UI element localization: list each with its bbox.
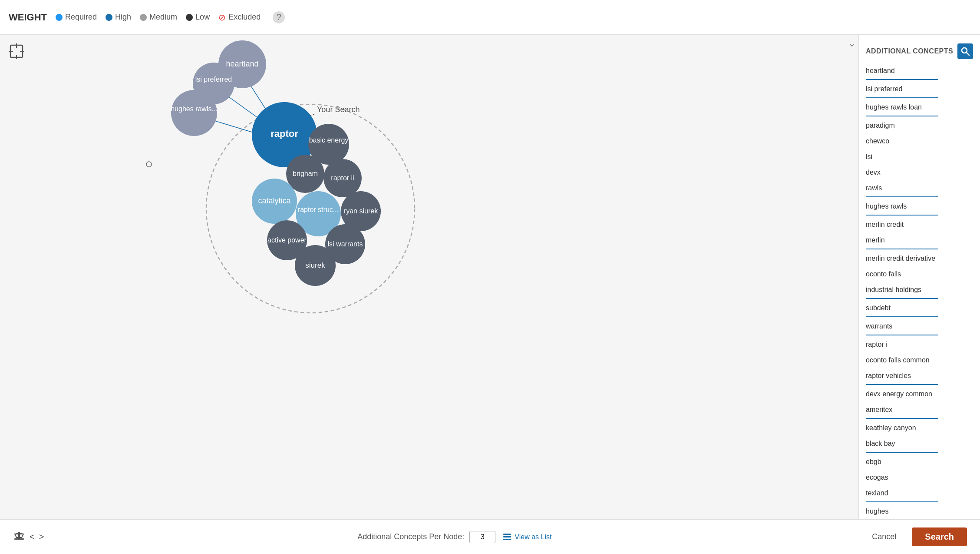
sidebar-item[interactable]: devx: [859, 165, 980, 181]
sidebar-item[interactable]: keathley canyon: [859, 421, 980, 436]
top-bar: WEIGHT Required High Medium Low ⊘ Exclud…: [0, 0, 980, 35]
cursor-indicator: [146, 162, 152, 167]
help-icon[interactable]: ?: [273, 11, 285, 23]
sidebar-item-underline: [866, 452, 938, 453]
label-ryan-siurek: ryan siurek: [344, 207, 378, 215]
sidebar-item[interactable]: merlin credit derivative: [859, 251, 980, 267]
label-heartland: heartland: [226, 60, 258, 68]
legend-high: High: [106, 13, 131, 22]
sidebar-item[interactable]: rawls: [859, 181, 980, 196]
sidebar-item-underline: [866, 97, 938, 98]
code-right-icon[interactable]: >: [39, 532, 44, 542]
bottom-left-icons: < >: [13, 530, 44, 544]
label-brigham: brigham: [293, 170, 318, 177]
sidebar-item[interactable]: ameritex: [859, 402, 980, 418]
sidebar-item-underline: [866, 335, 938, 335]
medium-label: Medium: [149, 13, 177, 22]
sidebar-item[interactable]: hughes: [859, 504, 980, 520]
node-hughes-rawls[interactable]: [171, 90, 217, 136]
label-catalytica: catalytica: [258, 196, 291, 205]
sidebar-item[interactable]: lsi preferred: [859, 82, 980, 97]
sidebar-item[interactable]: devx energy common: [859, 387, 980, 402]
sidebar-item-underline: [866, 418, 938, 419]
sidebar-item[interactable]: merlin credit: [859, 217, 980, 233]
required-label: Required: [65, 13, 97, 22]
svg-rect-12: [503, 539, 511, 540]
label-raptor-ii: raptor ii: [331, 174, 354, 182]
legend-medium: Medium: [140, 13, 177, 22]
additional-concepts-label: Additional Concepts Per Node:: [357, 532, 464, 541]
search-button[interactable]: Search: [912, 527, 967, 546]
high-dot: [106, 14, 112, 21]
medium-dot: [140, 14, 147, 21]
low-label: Low: [195, 13, 210, 22]
your-search-label: Your Search: [317, 105, 360, 114]
legend-required: Required: [56, 13, 97, 22]
label-lsi-warrants: lsi warrants: [328, 240, 363, 248]
excluded-icon: ⊘: [218, 12, 226, 23]
sidebar-item-underline: [866, 316, 938, 317]
excluded-label: Excluded: [228, 13, 261, 22]
sidebar-item[interactable]: oconto falls common: [859, 353, 980, 368]
concepts-per-node-input[interactable]: [469, 531, 495, 543]
sidebar-item[interactable]: raptor i: [859, 337, 980, 353]
sidebar-item-underline: [866, 79, 938, 80]
sidebar-item-underline: [866, 501, 938, 502]
sidebar-item[interactable]: chewco: [859, 134, 980, 149]
sidebar-item[interactable]: merlin: [859, 233, 980, 249]
label-lsi-preferred: lsi preferred: [195, 76, 232, 83]
chevron-icon[interactable]: ⌄: [848, 37, 856, 49]
label-raptor: raptor: [271, 128, 298, 139]
sidebar-item[interactable]: paradigm: [859, 118, 980, 134]
sidebar-item-underline: [866, 116, 938, 116]
main-canvas: Your Search raptor heartland lsi preferr…: [0, 35, 858, 519]
legend-low: Low: [186, 13, 210, 22]
sidebar-item[interactable]: black bay: [859, 436, 980, 452]
sidebar-item-underline: [866, 384, 938, 385]
code-left-icon[interactable]: <: [30, 532, 35, 542]
graph-svg: Your Search raptor heartland lsi preferr…: [0, 35, 858, 519]
sidebar-item[interactable]: industrial holdings: [859, 282, 980, 298]
sidebar-item[interactable]: subdebt: [859, 301, 980, 316]
sidebar-item-underline: [866, 298, 938, 299]
sidebar-header: ADDITIONAL CONCEPTS: [859, 39, 980, 63]
sidebar-item[interactable]: lsi: [859, 149, 980, 165]
required-dot: [56, 14, 63, 21]
label-raptor-struc: raptor struc...: [298, 206, 339, 213]
sidebar-search-button[interactable]: [957, 43, 973, 59]
sidebar: ADDITIONAL CONCEPTS heartlandlsi preferr…: [858, 35, 980, 554]
sidebar-item[interactable]: hughes rawls: [859, 199, 980, 215]
low-dot: [186, 14, 193, 21]
svg-rect-10: [503, 534, 511, 535]
legend-excluded: ⊘ Excluded: [218, 12, 261, 23]
sidebar-item[interactable]: hughes rawls loan: [859, 100, 980, 116]
label-active-power: active power: [267, 236, 307, 244]
sidebar-item[interactable]: warrants: [859, 319, 980, 335]
sidebar-item-underline: [866, 249, 938, 249]
balance-icon[interactable]: [13, 530, 25, 544]
high-label: High: [115, 13, 131, 22]
sidebar-items-container: heartlandlsi preferredhughes rawls loanp…: [859, 63, 980, 554]
sidebar-item[interactable]: raptor vehicles: [859, 368, 980, 384]
svg-line-6: [967, 53, 969, 55]
sidebar-item[interactable]: ecogas: [859, 470, 980, 486]
view-as-list-label: View as List: [515, 533, 551, 541]
sidebar-title: ADDITIONAL CONCEPTS: [866, 47, 953, 55]
svg-rect-11: [503, 536, 511, 537]
label-basic-energy: basic energy: [309, 136, 349, 144]
weight-label: WEIGHT: [9, 12, 47, 23]
sidebar-item[interactable]: texland: [859, 486, 980, 501]
bottom-bar: < > Additional Concepts Per Node: View a…: [0, 519, 980, 554]
sidebar-item-underline: [866, 215, 938, 216]
cancel-button[interactable]: Cancel: [865, 529, 903, 545]
sidebar-item-underline: [866, 196, 938, 197]
sidebar-item[interactable]: ebgb: [859, 454, 980, 470]
label-siurek: siurek: [305, 261, 325, 269]
sidebar-item[interactable]: heartland: [859, 63, 980, 79]
view-as-list-button[interactable]: View as List: [502, 532, 551, 542]
sidebar-item[interactable]: oconto falls: [859, 267, 980, 282]
label-hughes-rawls: hughes rawls...: [171, 105, 218, 113]
